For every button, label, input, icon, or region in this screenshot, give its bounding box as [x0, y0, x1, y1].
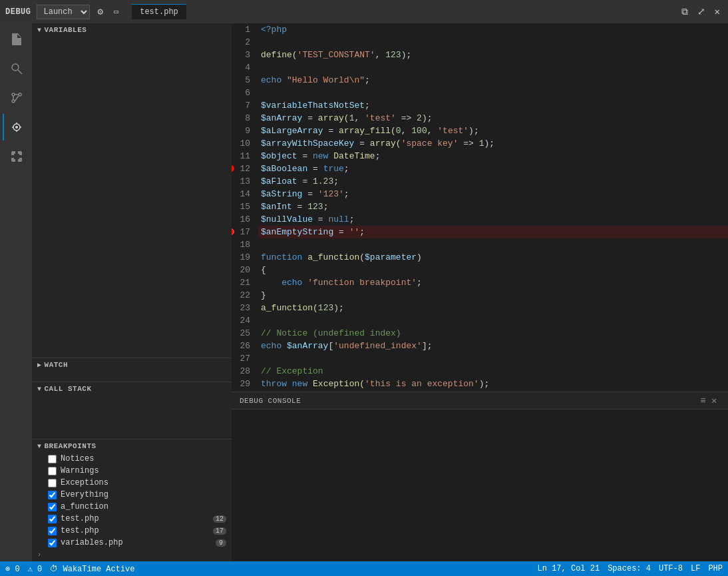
table-row: 12$aBoolean = true; [232, 162, 728, 175]
callstack-header[interactable]: ▼ CALL STACK [32, 382, 232, 396]
code-editor[interactable]: 1<?php2 3define('TEST_CONSTANT', 123);4 … [232, 23, 728, 392]
errors-label: ⊗ 0 [5, 564, 20, 574]
breakpoint-badge: 9 [216, 539, 226, 547]
table-row: 18 [232, 238, 728, 251]
editor-tab[interactable]: test.php [132, 4, 186, 19]
line-content: $object = new DateTime; [258, 150, 728, 162]
table-row: 5echo "Hello World\n"; [232, 74, 728, 87]
extensions-activity-icon[interactable] [3, 143, 29, 170]
line-content [258, 314, 728, 327]
breakpoints-section: ▼ BREAKPOINTS NoticesWarningsExceptionsE… [32, 439, 232, 561]
list-item: Everything [32, 489, 232, 501]
line-content: $anArray = array(1, 'test' => 2); [258, 112, 728, 125]
table-row: 11$object = new DateTime; [232, 150, 728, 162]
line-number: 3 [232, 49, 258, 61]
line-content: { [258, 264, 728, 276]
breakpoints-label: BREAKPOINTS [45, 442, 96, 450]
list-item: a_function [32, 501, 232, 513]
callstack-content [32, 406, 232, 439]
line-number: 9 [232, 125, 258, 137]
tab-filename: test.php [140, 7, 178, 17]
debug-console-label: DEBUG CONSOLE [240, 397, 301, 405]
breakpoint-label: Everything [61, 490, 226, 499]
line-number: 18 [232, 238, 258, 251]
launch-config-dropdown[interactable]: Launch [37, 5, 90, 19]
line-number: 15 [232, 200, 258, 213]
line-content [258, 61, 728, 74]
wakatime-status[interactable]: ⏱ WakaTime Active [50, 564, 134, 574]
table-row: 1<?php [232, 23, 728, 36]
table-row: 23a_function(123); [232, 302, 728, 314]
line-content [258, 87, 728, 99]
svg-point-0 [12, 64, 19, 71]
line-number: 2 [232, 36, 258, 49]
source-control-activity-icon[interactable] [3, 85, 29, 111]
language-status[interactable]: PHP [708, 564, 723, 573]
eol-status[interactable]: LF [691, 564, 700, 573]
table-row: 27 [232, 352, 728, 365]
watch-header[interactable]: ▶ WATCH [32, 358, 232, 372]
line-content: $anEmptyString = ''; [258, 226, 728, 238]
errors-status[interactable]: ⊗ 0 [5, 564, 20, 574]
line-content: echo 'function breakpoint'; [258, 276, 728, 289]
line-content: // Notice (undefined index) [258, 327, 728, 340]
files-activity-icon[interactable] [3, 26, 29, 53]
cursor-position[interactable]: Ln 17, Col 21 [538, 564, 600, 573]
close-editor-icon[interactable]: ✕ [712, 5, 723, 19]
gear-icon[interactable]: ⚙ [95, 5, 106, 19]
breakpoint-checkbox[interactable] [48, 455, 57, 463]
svg-point-2 [12, 93, 15, 96]
expand-breakpoints[interactable]: › [32, 549, 232, 561]
breakpoint-checkbox[interactable] [48, 503, 57, 511]
line-content: $aString = '123'; [258, 188, 728, 200]
encoding-status[interactable]: UTF-8 [659, 564, 683, 573]
line-number: 6 [232, 87, 258, 99]
line-number: 21 [232, 276, 258, 289]
line-number: 5 [232, 74, 258, 87]
breakpoint-checkbox[interactable] [48, 527, 57, 535]
table-row: 14$aString = '123'; [232, 188, 728, 200]
spaces-status[interactable]: Spaces: 4 [608, 564, 651, 573]
table-row: 15$anInt = 123; [232, 200, 728, 213]
breakpoint-checkbox[interactable] [48, 467, 57, 475]
terminal-icon[interactable]: ▭ [111, 5, 121, 18]
expand-editor-icon[interactable]: ⤢ [695, 5, 708, 19]
breakpoint-checkbox[interactable] [48, 515, 57, 523]
line-number: 14 [232, 188, 258, 200]
breakpoints-arrow: ▼ [37, 443, 42, 450]
breakpoint-checkbox[interactable] [48, 491, 57, 499]
close-console-icon[interactable]: ✕ [709, 395, 720, 406]
table-row: 22} [232, 289, 728, 302]
breakpoint-label: Exceptions [61, 478, 226, 487]
callstack-section: ▼ CALL STACK [32, 382, 232, 406]
status-bar: ⊗ 0 ⚠ 0 ⏱ WakaTime Active Ln 17, Col 21 … [0, 561, 728, 576]
watch-label: WATCH [45, 361, 69, 369]
line-number: 12 [232, 162, 258, 175]
line-content: throw new Exception('this is an exceptio… [258, 378, 728, 390]
main-area: ▼ VARIABLES ▶ WATCH ▼ CALL STACK ▼ BREAK… [0, 23, 728, 561]
list-item: Exceptions [32, 477, 232, 489]
debug-activity-icon[interactable] [3, 114, 29, 141]
table-row: 24 [232, 314, 728, 327]
variables-section: ▼ VARIABLES [32, 23, 232, 358]
svg-point-3 [19, 93, 21, 96]
table-row: 16$nullValue = null; [232, 213, 728, 226]
breakpoints-header[interactable]: ▼ BREAKPOINTS [32, 439, 232, 453]
line-number: 1 [232, 23, 258, 36]
line-content: $variableThatsNotSet; [258, 99, 728, 112]
breakpoint-checkbox[interactable] [48, 539, 57, 547]
search-activity-icon[interactable] [3, 55, 29, 82]
editor-main: 1<?php2 3define('TEST_CONSTANT', 123);4 … [232, 23, 728, 392]
callstack-label: CALL STACK [45, 385, 92, 393]
line-number: 10 [232, 137, 258, 150]
line-number: 20 [232, 264, 258, 276]
table-row: 9$aLargeArray = array_fill(0, 100, 'test… [232, 125, 728, 137]
warnings-status[interactable]: ⚠ 0 [28, 564, 43, 574]
split-editor-icon[interactable]: ⧉ [679, 5, 691, 19]
variables-header[interactable]: ▼ VARIABLES [32, 23, 232, 37]
sidebar: ▼ VARIABLES ▶ WATCH ▼ CALL STACK ▼ BREAK… [32, 23, 232, 561]
breakpoint-checkbox[interactable] [48, 479, 57, 487]
clear-console-icon[interactable]: ≡ [697, 396, 709, 406]
line-content: echo $anArray['undefined_index']; [258, 340, 728, 352]
breakpoint-label: test.php [61, 514, 209, 523]
